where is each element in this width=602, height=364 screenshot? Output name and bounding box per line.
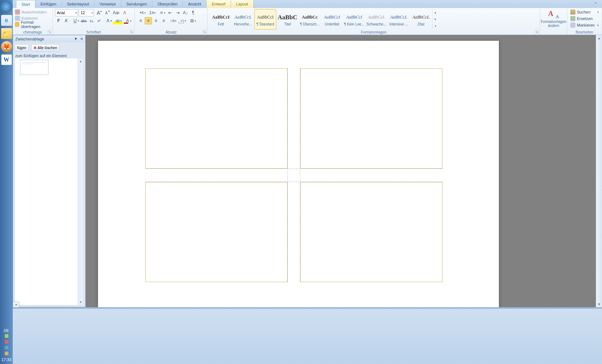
pane-scrollbar[interactable]: ▲ ▼	[78, 58, 83, 305]
tab-seitenlayout[interactable]: Seitenlayout	[62, 0, 95, 8]
windows-taskbar: e 📁 🦊 W DE 17:33	[0, 0, 13, 364]
font-launcher[interactable]: ↘	[129, 29, 134, 34]
style-item-intensive-[interactable]: AaBbCcLIntensive ...	[388, 9, 410, 29]
editing-group-label: Bearbeiten	[567, 30, 602, 34]
tab-einfuegen[interactable]: Einfügen	[35, 0, 62, 8]
style-item-hervorhe-[interactable]: AaBbCcLHervorhe...	[232, 9, 254, 29]
label-cell[interactable]	[300, 68, 442, 169]
font-color-button[interactable]: A▾	[123, 17, 132, 24]
find-button[interactable]: Suchen▾	[570, 9, 599, 15]
cut-button[interactable]: Ausschneiden	[15, 9, 50, 15]
scroll-down-icon[interactable]: ▼	[78, 299, 83, 305]
grow-font-button[interactable]: A▴	[95, 9, 102, 16]
taskbar-firefox-icon[interactable]: 🦊	[1, 41, 12, 52]
font-group-label: Schriftart	[53, 30, 134, 34]
strikethrough-button[interactable]: abc	[80, 17, 87, 24]
increase-indent-button[interactable]: ⇥	[174, 9, 181, 16]
align-right-button[interactable]: ≡	[152, 17, 160, 24]
scroll-up-icon[interactable]: ▲	[596, 35, 602, 41]
tab-verweise[interactable]: Verweise	[94, 0, 121, 8]
pane-menu-button[interactable]: ▼	[73, 36, 79, 41]
style-item-fett[interactable]: AaBbCcIFett	[210, 9, 232, 29]
underline-button[interactable]: U▾	[70, 17, 80, 24]
style-name-label: Fett	[218, 22, 224, 26]
tab-layout[interactable]: Layout	[231, 0, 254, 8]
sort-button[interactable]: A↓	[182, 9, 189, 16]
subscript-button[interactable]: x₂	[88, 17, 95, 24]
text-effects-button[interactable]: A▾	[103, 17, 113, 24]
style-name-label: Zitat	[417, 22, 424, 26]
paste-all-button[interactable]: fügen	[15, 44, 29, 51]
decrease-indent-button[interactable]: ⇤	[167, 9, 174, 16]
style-name-label: ¶ Kein Lee...	[344, 22, 364, 26]
bold-button[interactable]: F	[55, 17, 62, 24]
change-case-button[interactable]: Aa▾	[111, 9, 120, 16]
change-styles-button[interactable]: Formatvorlagen ändern	[540, 8, 567, 35]
statusbar-area: ▾	[13, 301, 19, 308]
font-name-combo[interactable]: Arial▾	[55, 9, 78, 16]
superscript-button[interactable]: x²	[95, 17, 103, 24]
align-left-button[interactable]: ≡	[137, 17, 144, 24]
system-tray[interactable]	[1, 334, 12, 357]
line-spacing-button[interactable]: ↕≡▾	[168, 17, 177, 24]
style-preview: AaBbCcL	[368, 13, 385, 22]
start-button[interactable]	[0, 1, 12, 13]
style-item-schwache-[interactable]: AaBbCcLSchwache...	[366, 9, 387, 29]
paragraph-launcher[interactable]: ↘	[202, 29, 207, 34]
clipboard-item[interactable]	[20, 60, 48, 75]
numbering-button[interactable]: 1≡▾	[147, 9, 156, 16]
style-item-titel[interactable]: AaBbCTitel	[277, 9, 298, 29]
scroll-up-icon[interactable]: ▲	[78, 58, 83, 64]
scroll-down-icon[interactable]: ▼	[596, 301, 602, 307]
format-painter-button[interactable]: Format übertragen	[15, 21, 50, 27]
document-area: ▲ ▼	[86, 35, 602, 307]
font-size-combo[interactable]: 12▾	[79, 9, 94, 16]
statusbar-button[interactable]: ▾	[13, 302, 19, 308]
label-cell[interactable]	[300, 182, 442, 282]
multilevel-button[interactable]: ≡▾	[157, 9, 166, 16]
style-item--standard[interactable]: AaBbCcI¶ Standard	[254, 9, 276, 29]
font-group: Arial▾ 12▾ A▴ A▾ Aa▾ A F K U▾ abc x₂ x² …	[53, 8, 135, 35]
styles-gallery-more[interactable]: ▲▼▾	[432, 9, 438, 29]
taskbar-ie-icon[interactable]: e	[1, 15, 12, 26]
shrink-font-button[interactable]: A▾	[103, 9, 110, 16]
clipboard-launcher[interactable]: ↘	[47, 29, 52, 34]
pane-close-button[interactable]: ✕	[79, 36, 85, 41]
tab-ueberpruefen[interactable]: Überprüfen	[152, 0, 183, 8]
style-item-zitat[interactable]: AaBbCcLZitat	[410, 9, 432, 29]
align-center-button[interactable]: ≡	[145, 17, 152, 24]
clipboard-group-label: chenablage	[13, 30, 52, 34]
replace-button[interactable]: Ersetzen	[570, 15, 599, 22]
taskbar-clock[interactable]: 17:33	[1, 357, 12, 364]
style-item--bersch-[interactable]: AaBbCc¶ Übersch...	[299, 9, 321, 29]
shading-button[interactable]: ◇▾	[177, 17, 187, 24]
document-page[interactable]	[98, 41, 499, 307]
style-name-label: Intensive ...	[389, 22, 408, 26]
paragraph-group-label: Absatz	[135, 30, 207, 34]
clear-formatting-button[interactable]: A	[121, 9, 128, 16]
tab-sendungen[interactable]: Sendungen	[121, 0, 152, 8]
styles-launcher[interactable]: ↘	[535, 29, 539, 34]
label-cell[interactable]	[145, 68, 288, 169]
tab-start[interactable]: Start	[16, 0, 35, 8]
taskbar-word-icon[interactable]: W	[1, 54, 12, 65]
show-marks-button[interactable]: ¶	[189, 9, 197, 16]
minimize-ribbon-icon[interactable]: ⌃	[594, 1, 598, 7]
language-indicator[interactable]: DE	[4, 329, 9, 333]
borders-button[interactable]: ⊞▾	[187, 17, 197, 24]
select-button[interactable]: Markieren▾	[570, 22, 599, 28]
align-justify-button[interactable]: ≡	[160, 17, 167, 24]
highlight-button[interactable]: ab▾	[113, 17, 122, 24]
style-item--kein-lee-[interactable]: AaBbCcI¶ Kein Lee...	[343, 9, 365, 29]
label-cell[interactable]	[145, 182, 288, 282]
x-icon: ✖	[34, 46, 36, 50]
tab-entwurf[interactable]: Entwurf	[207, 0, 231, 8]
tab-ansicht[interactable]: Ansicht	[183, 0, 207, 8]
taskbar-explorer-icon[interactable]: 📁	[1, 28, 12, 39]
bullets-button[interactable]: •≡▾	[137, 9, 146, 16]
copy-icon	[15, 16, 20, 21]
clear-all-button[interactable]: ✖Alle löschen	[31, 44, 60, 51]
vertical-scrollbar[interactable]: ▲ ▼	[596, 35, 602, 307]
style-item-untertitel[interactable]: AaBbCcIUntertitel	[321, 9, 343, 29]
italic-button[interactable]: K	[63, 17, 70, 24]
